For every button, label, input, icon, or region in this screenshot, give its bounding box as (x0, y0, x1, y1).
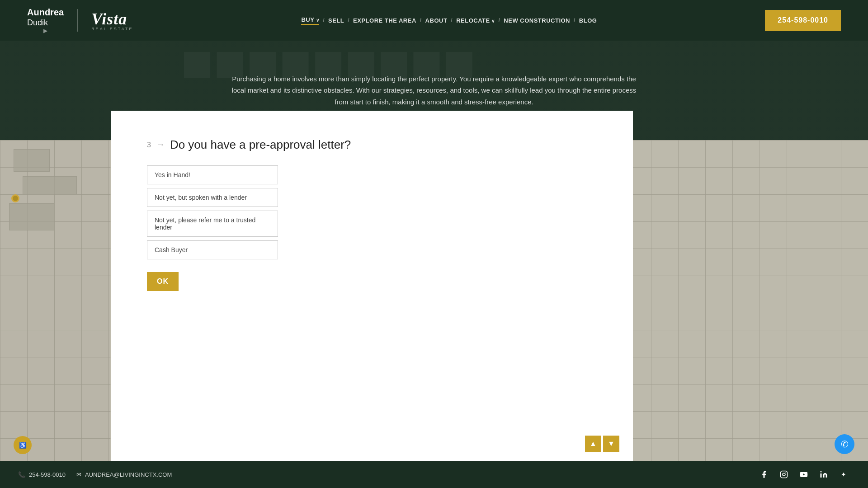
nav-item-blog[interactable]: BLOG (579, 17, 597, 24)
footer-email-address: AUNDREA@LIVINGINCTX.COM (85, 471, 172, 478)
chat-button[interactable]: ✆ (835, 434, 854, 454)
social-facebook[interactable] (758, 468, 770, 481)
social-linkedin[interactable] (817, 468, 830, 481)
footer-phone-number: 254-598-0010 (29, 471, 66, 478)
options-list: Yes in Hand! Not yet, but spoken with a … (147, 165, 278, 259)
nav-sep-1: / (323, 17, 325, 23)
nav-item-relocate[interactable]: RELOCATE (456, 17, 495, 24)
nav-sep-6: / (574, 17, 576, 23)
logo-text: Aundrea Dudik ▶ (27, 7, 64, 34)
nav-item-sell[interactable]: SELL (328, 17, 344, 24)
form-inner: 3 → Do you have a pre-approval letter? Y… (111, 111, 633, 318)
brand-name-line1: Aundrea (27, 7, 64, 17)
social-instagram[interactable] (778, 468, 790, 481)
question-row: 3 → Do you have a pre-approval letter? (147, 138, 597, 152)
logo-divider (77, 9, 78, 32)
step-number: 3 (147, 141, 151, 149)
footer-social-links: ✦ (758, 468, 850, 481)
nav-arrow-up[interactable]: ▲ (585, 436, 601, 452)
svg-rect-0 (781, 471, 788, 478)
social-youtube[interactable] (797, 468, 810, 481)
option-not-yet-spoken[interactable]: Not yet, but spoken with a lender (147, 188, 278, 207)
footer-email: ✉ AUNDREA@LIVINGINCTX.COM (76, 471, 172, 478)
nav-item-new-construction[interactable]: NEW CONSTRUCTION (504, 17, 570, 24)
option-refer-lender[interactable]: Not yet, please refer me to a trusted le… (147, 211, 278, 237)
footer-phone: 📞 254-598-0010 (18, 471, 66, 478)
svg-rect-4 (821, 474, 822, 478)
brand-name-line2: Dudik (27, 18, 48, 27)
nav-sep-5: / (499, 17, 500, 23)
hero-text: Purchasing a home involves more than sim… (231, 73, 637, 108)
accessibility-button[interactable]: ♿ (14, 436, 32, 454)
email-icon: ✉ (76, 471, 81, 478)
svg-point-2 (785, 472, 786, 473)
form-container: 3 → Do you have a pre-approval letter? Y… (111, 111, 633, 461)
svg-point-5 (821, 471, 822, 473)
nav-item-buy[interactable]: BUY (301, 16, 319, 25)
nav-item-about[interactable]: ABOUT (425, 17, 448, 24)
step-arrow: → (156, 140, 165, 150)
logo-area: Aundrea Dudik ▶ Vista REAL ESTATE (27, 7, 133, 34)
navigation: Aundrea Dudik ▶ Vista REAL ESTATE BUY / … (0, 0, 868, 41)
form-navigation-arrows: ▲ ▼ (585, 436, 619, 452)
nav-arrow-down[interactable]: ▼ (603, 436, 619, 452)
social-other[interactable]: ✦ (837, 468, 850, 481)
option-cash-buyer[interactable]: Cash Buyer (147, 240, 278, 259)
left-panel (0, 140, 111, 461)
vista-name: Vista (91, 9, 133, 28)
logo-arrow: ▶ (27, 28, 64, 34)
vista-logo: Vista REAL ESTATE (91, 9, 133, 31)
chat-icon: ✆ (841, 439, 849, 450)
nav-item-explore[interactable]: EXPLORE THE AREA (353, 17, 416, 24)
nav-sep-4: / (451, 17, 453, 23)
ok-button[interactable]: OK (147, 272, 179, 291)
vista-subtitle: REAL ESTATE (91, 27, 133, 31)
nav-sep-2: / (348, 17, 349, 23)
question-text: Do you have a pre-approval letter? (170, 138, 351, 152)
phone-icon: 📞 (18, 471, 25, 478)
footer-left: 📞 254-598-0010 ✉ AUNDREA@LIVINGINCTX.COM (18, 471, 172, 478)
nav-sep-3: / (420, 17, 422, 23)
svg-point-1 (783, 473, 785, 476)
accessibility-icon: ♿ (19, 442, 27, 449)
right-panel (633, 140, 868, 461)
footer: 📞 254-598-0010 ✉ AUNDREA@LIVINGINCTX.COM… (0, 461, 868, 488)
option-yes-in-hand[interactable]: Yes in Hand! (147, 165, 278, 184)
nav-menu: BUY / SELL / EXPLORE THE AREA / ABOUT / … (133, 16, 765, 25)
nav-phone-button[interactable]: 254-598-0010 (765, 10, 841, 31)
